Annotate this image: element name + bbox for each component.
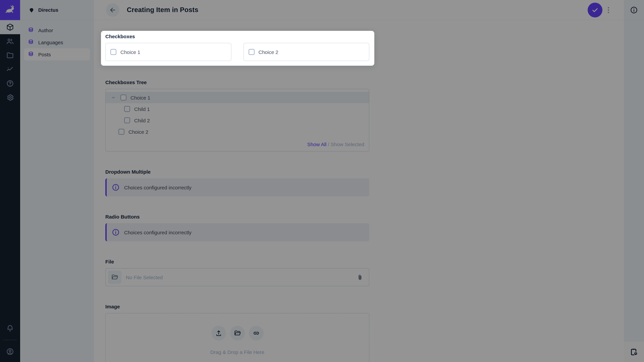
- checkbox-icon[interactable]: [110, 49, 116, 55]
- checkbox-option-choice-1[interactable]: Choice 1: [105, 43, 231, 61]
- app-window: Directus Author Languages: [0, 0, 644, 362]
- field-label: Checkboxes: [105, 33, 369, 39]
- field-checkboxes: Checkboxes Choice 1 Choice 2: [101, 31, 374, 66]
- checkbox-icon[interactable]: [248, 49, 254, 55]
- checkbox-label: Choice 2: [258, 49, 278, 55]
- checkbox-option-choice-2[interactable]: Choice 2: [243, 43, 369, 61]
- checkbox-label: Choice 1: [120, 49, 140, 55]
